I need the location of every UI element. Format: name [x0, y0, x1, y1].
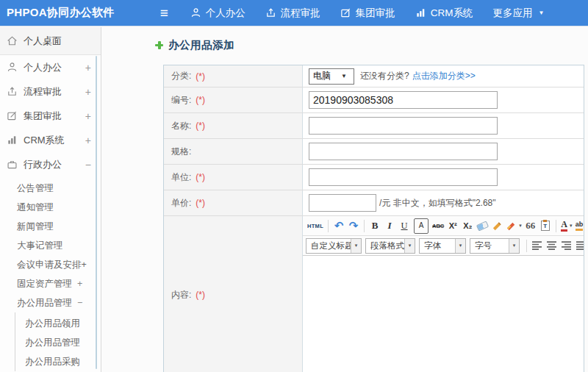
topbar: PHPOA协同办公软件 ≡ 个人办公 流程审批 集团审批 — [0, 0, 588, 26]
flow-icon — [7, 86, 18, 97]
collapse-minus-icon[interactable]: − — [77, 298, 82, 308]
expand-plus-icon[interactable]: + — [85, 86, 93, 98]
no-category-hint: 还没有分类? — [360, 70, 409, 82]
sidebar-item-desktop[interactable]: 个人桌面 — [0, 27, 101, 55]
topnav-more-apps[interactable]: 更多应用 ▼ — [493, 7, 545, 20]
paragraph-format-dropdown[interactable]: 段落格式 ▾ — [365, 238, 415, 254]
label-text: 单价: — [171, 197, 191, 210]
sidebar-item-group-approval[interactable]: 集团审批 + — [0, 104, 101, 128]
edit-icon — [340, 7, 351, 18]
add-category-link[interactable]: 点击添加分类>> — [412, 70, 476, 82]
sidebar-item-events-mgmt[interactable]: 大事记管理 — [0, 236, 101, 255]
eraser-icon[interactable] — [475, 218, 490, 234]
chart-icon — [7, 135, 18, 146]
sidebar-item-assets-mgmt[interactable]: 固定资产管理 + — [0, 274, 101, 293]
submenu-label: 办公用品领用 — [25, 318, 80, 330]
caret-down-icon: ▾ — [455, 239, 465, 253]
font-family-dropdown[interactable]: 字体 ▾ — [419, 238, 466, 254]
rich-text-editor: HTML ↶ ↷ B I U A ABC X² X₂ — [303, 216, 584, 372]
sidebar-item-news-mgmt[interactable]: 新闻管理 — [0, 217, 101, 236]
html-source-button[interactable]: HTML — [306, 218, 325, 234]
topnav-crm[interactable]: CRM系统 — [415, 7, 473, 20]
redo-icon[interactable]: ↷ — [346, 218, 361, 234]
unit-input[interactable] — [309, 168, 498, 186]
bold-button[interactable]: B — [368, 218, 382, 234]
font-size-dropdown[interactable]: 字号 ▾ — [470, 238, 520, 254]
italic-button[interactable]: I — [382, 218, 397, 234]
sidebar-scrollbar[interactable] — [96, 56, 97, 369]
spec-input[interactable] — [309, 143, 498, 160]
expand-plus-icon[interactable]: + — [85, 110, 93, 122]
submenu-label: 办公用品管理 — [17, 297, 72, 310]
sidebar-item-crm[interactable]: CRM系统 + — [0, 128, 101, 152]
app-window: PHPOA协同办公软件 ≡ 个人办公 流程审批 集团审批 — [0, 0, 588, 372]
sidebar-item-supplies-claim[interactable]: 办公用品领用 — [15, 314, 101, 333]
paste-text-icon[interactable]: T — [538, 218, 553, 234]
submenu-label: 大事记管理 — [17, 240, 63, 252]
align-justify-icon[interactable] — [574, 238, 584, 254]
field-label: 分类: (*) — [164, 65, 303, 87]
select-value: 电脑 — [313, 70, 331, 82]
font-color-button[interactable]: A ▾ — [559, 218, 574, 234]
font-border-button[interactable]: A — [414, 218, 429, 234]
required-marker: (*) — [196, 290, 205, 300]
name-input[interactable] — [309, 117, 498, 135]
sidebar-item-announcement-mgmt[interactable]: 公告管理 — [0, 179, 101, 198]
expand-plus-icon[interactable]: + — [85, 62, 93, 74]
submenu-label: 办公用品采购 — [25, 356, 80, 368]
sidebar-item-meeting-mgmt[interactable]: 会议申请及安排+ — [0, 255, 101, 274]
expand-plus-icon[interactable]: + — [85, 135, 93, 146]
code-input[interactable] — [309, 91, 498, 109]
custom-title-dropdown[interactable]: 自定义标题 ▾ — [306, 238, 362, 254]
align-center-icon[interactable] — [545, 238, 559, 254]
form-row-code: 编号: (*) — [164, 87, 584, 113]
submenu-label: 会议申请及安排+ — [17, 259, 87, 271]
topnav-personal-office[interactable]: 个人办公 — [190, 7, 245, 20]
add-supplies-form: 分类: (*) 电脑 ▼ 还没有分类? 点击添加分类>> 编号: (*) — [163, 65, 584, 372]
caret-down-icon: ▼ — [539, 10, 545, 16]
color-brush-icon[interactable]: ▾ — [504, 218, 523, 234]
sidebar-item-label: 行政办公 — [24, 158, 85, 171]
align-left-icon[interactable] — [530, 238, 545, 254]
submenu-label: 办公用品管理 — [25, 337, 80, 349]
user-icon — [7, 62, 18, 73]
topnav-flow-approval[interactable]: 流程审批 — [265, 7, 320, 20]
sidebar-item-flow-approval[interactable]: 流程审批 + — [0, 79, 101, 104]
price-input[interactable] — [309, 194, 376, 212]
field-value — [303, 113, 584, 138]
sidebar-item-supplies-manage[interactable]: 办公用品管理 — [15, 333, 101, 352]
required-marker: (*) — [196, 121, 205, 131]
label-text: 名称: — [171, 120, 191, 132]
blockquote-button[interactable]: 66 — [523, 218, 538, 234]
topnav-group-approval[interactable]: 集团审批 — [340, 7, 395, 20]
sidebar-item-admin-office[interactable]: 行政办公 − — [0, 152, 101, 176]
field-label: 内容: (*) — [164, 216, 303, 372]
add-plus-icon — [155, 41, 163, 49]
field-value — [303, 165, 584, 190]
expand-plus-icon[interactable]: + — [77, 279, 82, 289]
admin-office-submenu: 公告管理 通知管理 新闻管理 大事记管理 会议申请及安排+ 固定资产管理 + 办… — [0, 176, 101, 371]
chart-icon — [415, 7, 426, 18]
underline-button[interactable]: U — [397, 218, 412, 234]
sidebar-item-label: 流程审批 — [24, 85, 85, 99]
editor-content[interactable] — [303, 256, 584, 372]
align-right-icon[interactable] — [559, 238, 574, 254]
caret-down-icon: ▾ — [509, 239, 519, 253]
subscript-button[interactable]: X₂ — [460, 218, 475, 234]
category-select[interactable]: 电脑 ▼ — [309, 68, 354, 85]
strikethrough-button[interactable]: ABC — [431, 218, 445, 234]
label-text: 内容: — [171, 289, 191, 301]
superscript-button[interactable]: X² — [445, 218, 460, 234]
label-text: 编号: — [171, 94, 191, 107]
menu-icon[interactable]: ≡ — [160, 6, 168, 20]
sidebar-item-supplies-mgmt[interactable]: 办公用品管理 − — [0, 293, 101, 312]
highlight-color-button[interactable]: ab ▾ — [574, 218, 584, 234]
sidebar-item-personal-office[interactable]: 个人办公 + — [0, 55, 101, 79]
sidebar-item-supplies-purchase[interactable]: 办公用品采购 — [15, 352, 101, 371]
main-content: 办公用品添加 分类: (*) 电脑 ▼ 还没有分类? 点击添加分类>> — [102, 27, 588, 372]
collapse-minus-icon[interactable]: − — [85, 159, 93, 171]
undo-icon[interactable]: ↶ — [331, 218, 346, 234]
sidebar-item-notice-mgmt[interactable]: 通知管理 — [0, 198, 101, 217]
format-painter-icon[interactable] — [490, 218, 504, 234]
sidebar-item-label: 个人办公 — [24, 61, 85, 74]
